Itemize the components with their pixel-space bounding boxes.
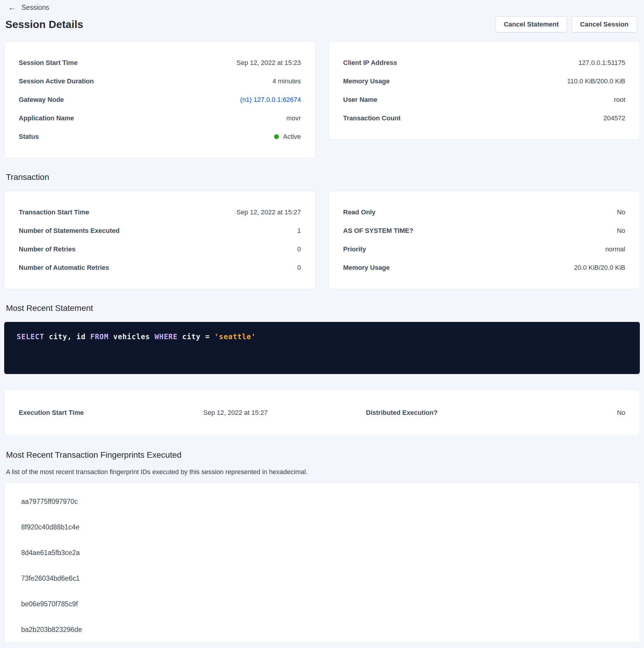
cancel-statement-button[interactable]: Cancel Statement [495, 16, 567, 33]
statements-executed-value: 1 [297, 227, 301, 235]
kv-label: Number of Retries [19, 246, 75, 253]
execution-card: Execution Start Time Sep 12, 2022 at 15:… [4, 389, 640, 436]
distributed-execution-label: Distributed Execution? [366, 409, 438, 417]
transaction-card-right: Read Only No AS OF SYSTEM TIME? No Prior… [329, 191, 640, 289]
fingerprint-item: 8f920c40d88b1c4e [4, 514, 640, 540]
gateway-node-link[interactable]: (n1) 127.0.0.1:62674 [240, 96, 301, 104]
client-ip-value: 127.0.0.1:51175 [579, 59, 625, 67]
sql-token-plain: vehicles [109, 333, 155, 341]
kv-row: Number of Statements Executed 1 [19, 222, 301, 240]
status-value: Active [283, 133, 301, 141]
session-start-time-value: Sep 12, 2022 at 15:23 [236, 59, 301, 67]
transaction-section: Transaction Start Time Sep 12, 2022 at 1… [4, 191, 640, 289]
kv-row: Priority normal [343, 240, 625, 259]
transaction-card-left: Transaction Start Time Sep 12, 2022 at 1… [4, 191, 315, 289]
sql-token-keyword: WHERE [155, 333, 178, 341]
kv-row: Session Active Duration 4 minutes [19, 72, 301, 91]
kv-row: Gateway Node (n1) 127.0.0.1:62674 [19, 91, 301, 109]
fingerprint-item: ba2b203b823296de [4, 617, 640, 642]
kv-label: Session Start Time [19, 59, 78, 67]
transaction-start-time-value: Sep 12, 2022 at 15:27 [236, 209, 301, 216]
memory-usage-value: 110.0 KiB/200.0 KiB [567, 77, 625, 85]
transaction-section-heading: Transaction [6, 172, 640, 182]
sql-token-plain: city, id [44, 333, 91, 341]
execution-start-time-label: Execution Start Time [19, 409, 203, 417]
read-only-value: No [617, 209, 625, 216]
fingerprint-item: 73fe26034bd6e6c1 [4, 565, 640, 591]
page-title: Session Details [5, 18, 83, 31]
sql-statement: SELECT city, id FROM vehicles WHERE city… [4, 322, 640, 374]
kv-row: Memory Usage 20.0 KiB/20.0 KiB [343, 259, 625, 277]
most-recent-statement-heading: Most Recent Statement [6, 304, 640, 313]
distributed-execution-value: No [617, 409, 625, 417]
priority-value: normal [605, 246, 625, 253]
kv-label: Priority [343, 246, 366, 253]
user-name-value: root [614, 96, 625, 104]
fingerprint-item: be06e9570f785c9f [4, 591, 640, 617]
breadcrumb-label[interactable]: Sessions [21, 4, 49, 12]
fingerprints-description: A list of the most recent transaction fi… [6, 468, 640, 476]
kv-label: Transaction Count [343, 114, 401, 122]
header-actions: Cancel Statement Cancel Session [495, 16, 637, 33]
session-info-section: Session Start Time Sep 12, 2022 at 15:23… [4, 41, 640, 158]
kv-row: Client IP Address 127.0.0.1:51175 [343, 54, 625, 72]
sql-token-string: 'seattle' [214, 333, 256, 341]
kv-label: Read Only [343, 209, 375, 216]
kv-row: Read Only No [343, 203, 625, 222]
kv-row: Transaction Count 204572 [343, 109, 625, 127]
breadcrumb-back-sessions[interactable]: ← Sessions [4, 0, 640, 12]
fingerprints-list: aa79775ff097970c8f920c40d88b1c4e8d4ae61a… [4, 482, 640, 643]
kv-label: Transaction Start Time [19, 209, 89, 216]
session-active-duration-value: 4 minutes [273, 77, 301, 85]
fingerprint-item: 8d4ae61a5fb3ce2a [4, 540, 640, 565]
session-details-page: ← Sessions Session Details Cancel Statem… [0, 0, 644, 648]
kv-label: Memory Usage [343, 264, 390, 272]
session-info-card-right: Client IP Address 127.0.0.1:51175 Memory… [329, 41, 640, 140]
sql-token-keyword: SELECT [17, 333, 44, 341]
title-row: Session Details Cancel Statement Cancel … [5, 16, 637, 33]
retries-value: 0 [297, 246, 301, 253]
kv-label: Client IP Address [343, 59, 397, 67]
kv-row: Memory Usage 110.0 KiB/200.0 KiB [343, 72, 625, 91]
kv-label: Memory Usage [343, 77, 390, 85]
kv-label: Gateway Node [19, 96, 64, 104]
application-name-value: movr [286, 114, 301, 122]
status-badge: Active [274, 133, 301, 141]
kv-label: User Name [343, 96, 377, 104]
kv-row: Number of Retries 0 [19, 240, 301, 259]
kv-label: Session Active Duration [19, 77, 94, 85]
kv-label: Status [19, 133, 39, 141]
kv-label: AS OF SYSTEM TIME? [343, 227, 413, 235]
cancel-session-button[interactable]: Cancel Session [572, 16, 637, 33]
kv-row: Application Name movr [19, 109, 301, 127]
kv-row: Status Active [19, 127, 301, 146]
automatic-retries-value: 0 [297, 264, 301, 272]
kv-label: Number of Automatic Retries [19, 264, 109, 272]
sql-token-keyword: FROM [90, 333, 109, 341]
arrow-left-icon[interactable]: ← [8, 4, 16, 12]
kv-row: Session Start Time Sep 12, 2022 at 15:23 [19, 54, 301, 72]
kv-label: Application Name [19, 114, 74, 122]
sql-token-plain: city = [178, 333, 215, 341]
session-info-card-left: Session Start Time Sep 12, 2022 at 15:23… [4, 41, 315, 158]
execution-start-time-value: Sep 12, 2022 at 15:27 [203, 409, 268, 417]
kv-label: Number of Statements Executed [19, 227, 120, 235]
fingerprints-heading: Most Recent Transaction Fingerprints Exe… [6, 450, 640, 460]
kv-row: Number of Automatic Retries 0 [19, 259, 301, 277]
txn-memory-usage-value: 20.0 KiB/20.0 KiB [574, 264, 625, 272]
kv-row: Transaction Start Time Sep 12, 2022 at 1… [19, 203, 301, 222]
transaction-count-value: 204572 [603, 114, 625, 122]
kv-row: AS OF SYSTEM TIME? No [343, 222, 625, 240]
fingerprint-item: aa79775ff097970c [4, 489, 640, 514]
kv-row: User Name root [343, 91, 625, 109]
as-of-system-time-value: No [617, 227, 625, 235]
status-active-dot-icon [274, 134, 279, 139]
